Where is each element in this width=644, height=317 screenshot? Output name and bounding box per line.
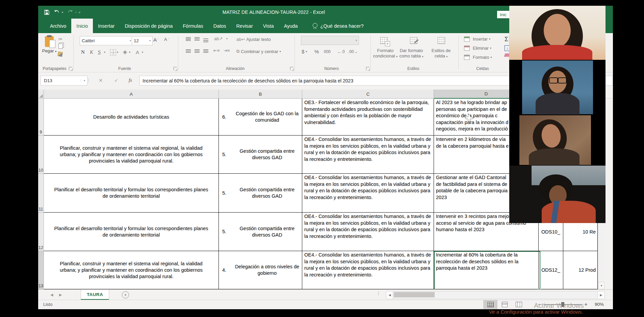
cell-d13[interactable]: Incrementar al 60% la cobertura de la re… xyxy=(434,251,539,289)
tab-ayuda[interactable]: Ayuda xyxy=(279,19,303,33)
cell-c11[interactable]: OE4.- Consolidar los asentamientos human… xyxy=(302,174,434,213)
cancel-icon[interactable]: ✕ xyxy=(95,76,106,85)
cell-b12[interactable]: 5. Gestión compartida entre diversos GAD xyxy=(219,213,302,251)
font-color-icon[interactable]: A xyxy=(136,49,139,55)
delete-cells-button[interactable]: Eliminar▾ xyxy=(464,46,491,51)
name-box[interactable]: D13▾ xyxy=(41,76,87,86)
bold-button[interactable]: N xyxy=(81,49,85,55)
decrease-decimal-button[interactable]: .00→ xyxy=(348,49,358,54)
participant-video-2[interactable] xyxy=(509,60,606,115)
cell-styles-button[interactable]: Estilos de celda ▾ xyxy=(428,48,455,59)
increase-font-icon[interactable]: Aˆ xyxy=(153,37,158,43)
row-header-9[interactable]: 9 xyxy=(38,99,44,136)
font-name-combo[interactable]: Calibri▾ xyxy=(80,36,133,45)
format-as-table-button[interactable]: Dar formato como tabla ▾ xyxy=(396,48,427,59)
enter-icon[interactable]: ✓ xyxy=(110,76,122,85)
clipboard-dialog-launcher-icon[interactable] xyxy=(69,67,72,70)
row-header-13[interactable]: 13 xyxy=(38,251,44,289)
thousands-button[interactable]: 000 xyxy=(324,49,331,54)
cut-icon[interactable]: ✂ xyxy=(58,36,63,42)
column-header-b[interactable]: B xyxy=(219,90,302,99)
font-size-combo[interactable]: 12▾ xyxy=(132,36,153,45)
cell-b13[interactable]: 4. Delegación a otros niveles de gobiern… xyxy=(219,251,302,289)
sheet-prev-icon[interactable]: ◀ xyxy=(50,290,53,300)
cell-c10[interactable]: OE4.- Consolidar los asentamientos human… xyxy=(302,136,434,174)
view-page-break-button[interactable] xyxy=(512,300,526,309)
fill-color-dropdown-icon[interactable]: ▾ xyxy=(129,51,130,54)
number-format-combo[interactable]: ▾ xyxy=(301,36,359,45)
copy-icon[interactable] xyxy=(58,44,63,49)
tab-splitter-icon[interactable]: ⁞ xyxy=(378,291,380,296)
cell-c9[interactable]: OE3.- Fortalecer el desarrollo económico… xyxy=(302,99,434,136)
column-header-a[interactable]: A xyxy=(44,90,219,99)
autosum-icon[interactable]: Σ xyxy=(505,36,508,43)
sheet-tab-taura[interactable]: TAURA xyxy=(81,290,109,300)
tab-formulas[interactable]: Fórmulas xyxy=(178,19,208,33)
align-bottom-icon[interactable] xyxy=(203,39,208,42)
orientation-dropdown-icon[interactable]: ▾ xyxy=(226,37,228,40)
insert-function-icon[interactable]: fx xyxy=(125,76,136,85)
borders-icon[interactable] xyxy=(110,49,116,55)
name-box-splitter-icon[interactable]: ⋮ xyxy=(86,76,91,85)
increase-decimal-button[interactable]: ←.0 xyxy=(337,49,345,54)
participant-video-3[interactable] xyxy=(509,115,606,165)
decrease-indent-icon[interactable]: ⇤≡ xyxy=(213,48,220,53)
percent-button[interactable]: % xyxy=(314,49,319,54)
cell-a10[interactable]: Planificar, construir y mantener el sist… xyxy=(44,136,219,174)
participant-video-4[interactable] xyxy=(509,166,606,223)
horizontal-scrollbar[interactable] xyxy=(393,291,598,299)
tab-vista[interactable]: Vista xyxy=(258,19,279,33)
tab-inicio[interactable]: Inicio xyxy=(71,19,93,33)
hscroll-right-icon[interactable]: ▶ xyxy=(597,291,605,299)
tell-me-box[interactable]: ¿Qué desea hacer? xyxy=(312,19,364,33)
align-top-icon[interactable] xyxy=(186,37,191,41)
tab-revisar[interactable]: Revisar xyxy=(231,19,258,33)
row-header-12[interactable]: 12 xyxy=(38,213,44,251)
hscroll-left-icon[interactable]: ◀ xyxy=(386,291,393,299)
currency-button[interactable]: $▾ xyxy=(302,49,307,54)
decrease-font-icon[interactable]: Aˇ xyxy=(164,37,169,42)
tab-archivo[interactable]: Archivo xyxy=(45,19,71,33)
borders-dropdown-icon[interactable]: ▾ xyxy=(117,51,118,54)
cell-b10[interactable]: 5. Gestión compartida entre diversos GAD xyxy=(219,136,302,174)
view-page-layout-button[interactable] xyxy=(497,300,512,309)
view-normal-button[interactable] xyxy=(483,300,497,309)
cell-f13[interactable]: 12 Prod xyxy=(563,251,598,289)
font-dialog-launcher-icon[interactable] xyxy=(174,67,177,70)
cell-a9[interactable]: Desarrollo de actividades turísticas xyxy=(44,99,219,136)
new-sheet-icon[interactable]: + xyxy=(122,291,129,298)
format-painter-icon[interactable] xyxy=(57,51,63,57)
align-right-icon[interactable] xyxy=(203,49,208,53)
italic-button[interactable]: K xyxy=(90,49,93,55)
increase-indent-icon[interactable]: ⇥≡ xyxy=(224,48,230,53)
row-header-11[interactable]: 11 xyxy=(38,174,44,213)
merge-center-button[interactable]: ⧉ Combinar y centrar ▾ xyxy=(236,49,281,54)
scroll-down-icon[interactable]: ▼ xyxy=(598,282,604,289)
wrap-text-button[interactable]: ab↩ Ajustar texto xyxy=(236,37,271,42)
participant-video-1[interactable] xyxy=(509,6,606,60)
cell-b11[interactable]: 5. Gestión compartida entre diversos GAD xyxy=(219,174,302,213)
align-middle-icon[interactable] xyxy=(195,37,200,41)
cell-c13[interactable]: OE4.- Consolidar los asentamientos human… xyxy=(302,251,434,289)
cell-b9[interactable]: 6. Cogestión de los GAD con la comunidad xyxy=(219,99,302,136)
number-dialog-launcher-icon[interactable] xyxy=(366,67,369,70)
underline-button[interactable]: S xyxy=(98,49,101,55)
zoom-in-icon[interactable]: + xyxy=(584,301,587,308)
tab-insertar[interactable]: Insertar xyxy=(93,19,120,33)
font-color-dropdown-icon[interactable]: ▾ xyxy=(142,51,143,54)
align-center-icon[interactable] xyxy=(195,49,200,53)
tab-datos[interactable]: Datos xyxy=(208,19,231,33)
cell-a11[interactable]: Planificar el desarrollo territorial y f… xyxy=(44,174,219,213)
sheet-next-icon[interactable]: ▶ xyxy=(59,290,62,300)
tab-disposicion[interactable]: Disposición de página xyxy=(120,19,178,33)
column-header-c[interactable]: C xyxy=(302,90,434,99)
sign-in-button[interactable]: Inic xyxy=(497,11,509,18)
select-all-corner[interactable] xyxy=(38,90,44,99)
cell-a12[interactable]: Planificar el desarrollo territorial y f… xyxy=(44,213,219,251)
orientation-icon[interactable]: ab↗ xyxy=(214,36,223,41)
underline-dropdown-icon[interactable]: ▾ xyxy=(104,51,105,54)
insert-cells-button[interactable]: Insertar▾ xyxy=(464,36,490,42)
cell-e13[interactable]: ODS12_ xyxy=(539,251,563,289)
fill-color-icon[interactable]: ◈ xyxy=(123,49,127,55)
cell-a13[interactable]: Planificar, construir y mantener el sist… xyxy=(44,251,219,289)
